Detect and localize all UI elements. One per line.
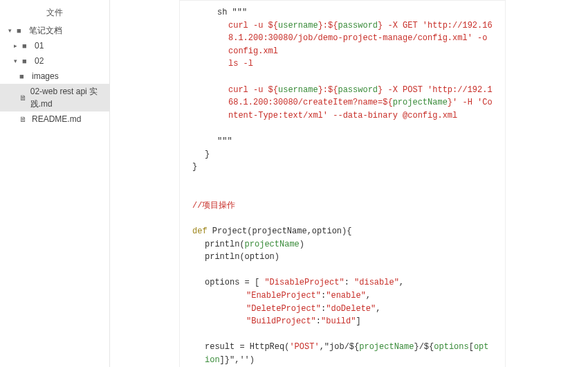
- tree-folder-images[interactable]: ■ images: [0, 69, 109, 84]
- tree-label: 02: [35, 55, 44, 67]
- folder-icon: ■: [17, 24, 26, 37]
- code-var: password: [338, 85, 378, 95]
- tree-folder-root[interactable]: ▾ ■ 笔记文档: [0, 23, 109, 38]
- code-text: result = HttpReq(: [205, 342, 289, 352]
- code-text: curl -u ${: [228, 85, 278, 95]
- sidebar-title: 文件: [0, 4, 109, 23]
- code-str: "doDelete": [326, 304, 376, 314]
- folder-icon: ■: [19, 70, 29, 82]
- code-text: ]: [356, 316, 360, 326]
- code-text: ls -l: [228, 59, 253, 69]
- file-tree: ▾ ■ 笔记文档 ▸ ■ 01 ▾ ■ 02 ■ images 🗎 02-web…: [0, 23, 109, 127]
- code-text: println(: [205, 240, 245, 249]
- code-var: projectName: [245, 240, 300, 249]
- main-content: sh """ curl -u ${username}:${password} -…: [110, 0, 588, 367]
- code-str: "EnableProject": [246, 291, 321, 301]
- code-text: options = [: [205, 278, 264, 287]
- code-var: projectName: [393, 98, 448, 107]
- tree-label: README.md: [32, 113, 81, 125]
- file-icon: 🗎: [19, 91, 28, 104]
- code-text: }:${: [318, 21, 338, 30]
- tree-file-readme[interactable]: 🗎 README.md: [0, 111, 109, 127]
- code-str: "disable": [354, 278, 399, 287]
- code-str: "DeleteProject": [246, 304, 321, 314]
- code-text: }:${: [318, 85, 338, 95]
- code-brace: }: [205, 150, 210, 159]
- code-str: "DisableProject": [264, 278, 344, 287]
- code-text: ,"job/${: [320, 342, 360, 352]
- code-block[interactable]: sh """ curl -u ${username}:${password} -…: [179, 0, 506, 367]
- code-comment: //项目操作: [192, 201, 235, 211]
- code-text: """: [217, 136, 232, 146]
- code-var: projectName: [359, 342, 414, 352]
- code-text: curl -u ${: [228, 21, 278, 30]
- code-text: println(option): [205, 252, 279, 262]
- code-text: ): [300, 240, 304, 249]
- code-brace: }: [192, 162, 197, 172]
- code-keyword: def: [192, 226, 208, 236]
- code-var: options: [434, 342, 468, 352]
- code-text: [: [469, 342, 474, 352]
- tree-folder-01[interactable]: ▸ ■ 01: [0, 38, 109, 53]
- code-str: "enable": [326, 291, 366, 301]
- code-text: }/${: [414, 342, 434, 352]
- chevron-down-icon: ▾: [8, 24, 15, 37]
- tree-label: images: [32, 70, 59, 82]
- code-text: sh """: [217, 8, 247, 17]
- folder-icon: ■: [22, 55, 32, 67]
- file-icon: 🗎: [19, 113, 29, 125]
- folder-icon: ■: [22, 39, 32, 52]
- code-str: "BuildProject": [246, 316, 316, 326]
- tree-label: 02-web rest api 实践.md: [30, 85, 105, 110]
- code-var: username: [278, 21, 318, 30]
- file-sidebar: 文件 ▾ ■ 笔记文档 ▸ ■ 01 ▾ ■ 02 ■ images 🗎 02-…: [0, 0, 110, 367]
- chevron-down-icon: ▾: [14, 55, 21, 67]
- tree-label: 笔记文档: [29, 24, 62, 37]
- tree-label: 01: [35, 39, 44, 52]
- chevron-right-icon: ▸: [14, 39, 21, 52]
- tree-file-02-web[interactable]: 🗎 02-web rest api 实践.md: [0, 84, 109, 111]
- code-text: Project(projectName,option){: [208, 226, 352, 236]
- tree-folder-02[interactable]: ▾ ■ 02: [0, 53, 109, 69]
- code-var: password: [338, 21, 378, 30]
- code-str: "build": [321, 316, 356, 326]
- code-var: username: [278, 85, 318, 95]
- code-str: 'POST': [289, 342, 319, 352]
- code-text: ]}",''): [220, 355, 255, 365]
